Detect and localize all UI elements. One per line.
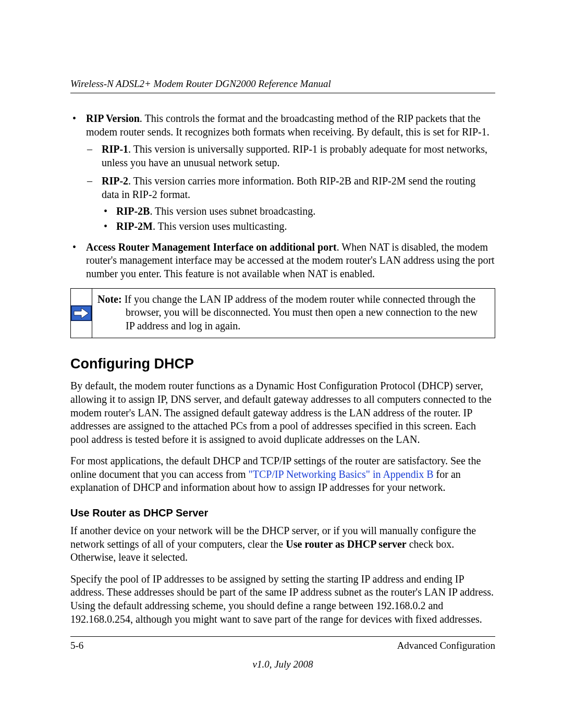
bullet-list: RIP Version. This controls the format an… (70, 112, 495, 281)
body-text: . This version carries more information.… (102, 175, 475, 200)
chapter-title: Advanced Configuration (397, 640, 495, 651)
subsection-heading: Use Router as DHCP Server (70, 507, 495, 519)
term: RIP-2 (102, 175, 128, 187)
list-item: RIP-1. This version is universally suppo… (102, 143, 495, 169)
body-text: . This controls the format and the broad… (86, 113, 489, 138)
body-text: . This version is universally supported.… (102, 143, 487, 168)
paragraph: For most applications, the default DHCP … (70, 454, 495, 495)
document-version: v1.0, July 2008 (70, 659, 495, 670)
running-header: Wireless-N ADSL2+ Modem Router DGN2000 R… (70, 78, 495, 93)
arrow-right-icon (71, 305, 92, 321)
document-page: Wireless-N ADSL2+ Modem Router DGN2000 R… (0, 0, 563, 728)
list-item: RIP Version. This controls the format an… (86, 112, 495, 233)
list-item: RIP-2M. This version uses multicasting. (116, 220, 495, 233)
page-footer: 5-6 Advanced Configuration (70, 636, 495, 651)
term: RIP Version (86, 113, 140, 124)
body-text: . This version uses multicasting. (153, 220, 287, 232)
list-item: Access Router Management Interface on ad… (86, 241, 495, 281)
paragraph: If another device on your network will b… (70, 524, 495, 564)
svg-marker-0 (74, 308, 89, 318)
section-heading: Configuring DHCP (70, 356, 495, 372)
paragraph: By default, the modem router functions a… (70, 379, 495, 446)
term: RIP-1 (102, 143, 128, 155)
paragraph: Specify the pool of IP addresses to be a… (70, 573, 495, 626)
bullet-list: RIP-1. This version is universally suppo… (86, 143, 495, 233)
page-number: 5-6 (70, 640, 83, 651)
note-callout: Note: If you change the LAN IP address o… (70, 288, 495, 339)
bullet-list: RIP-2B. This version uses subnet broadca… (102, 205, 495, 233)
note-icon-cell (71, 289, 92, 338)
list-item: RIP-2. This version carries more informa… (102, 175, 495, 233)
list-item: RIP-2B. This version uses subnet broadca… (116, 205, 495, 218)
note-body: If you change the LAN IP address of the … (122, 293, 478, 331)
cross-reference-link[interactable]: "TCP/IP Networking Basics" in Appendix B (249, 468, 434, 480)
term: Access Router Management Interface on ad… (86, 241, 337, 253)
note-text: Note: If you change the LAN IP address o… (92, 289, 495, 338)
term: RIP-2M (116, 220, 153, 232)
ui-label: Use router as DHCP server (286, 538, 406, 550)
body-text: . This version uses subnet broadcasting. (150, 205, 315, 217)
note-label: Note: (97, 293, 122, 305)
term: RIP-2B (116, 205, 150, 217)
